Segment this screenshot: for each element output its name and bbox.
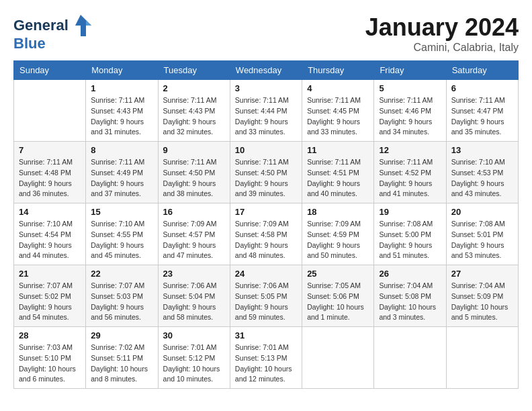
day-info: Sunrise: 7:07 AMSunset: 5:03 PMDaylight:… xyxy=(91,281,152,323)
calendar-cell: 8Sunrise: 7:11 AMSunset: 4:49 PMDaylight… xyxy=(86,142,158,203)
day-number: 10 xyxy=(235,145,297,155)
weekday-header-thursday: Thursday xyxy=(302,61,374,80)
day-number: 26 xyxy=(379,269,441,279)
day-number: 31 xyxy=(235,330,297,340)
logo-icon xyxy=(69,13,93,38)
calendar-week-1: 1Sunrise: 7:11 AMSunset: 4:43 PMDaylight… xyxy=(14,80,519,142)
day-number: 29 xyxy=(91,330,152,340)
calendar-cell: 30Sunrise: 7:01 AMSunset: 5:12 PMDayligh… xyxy=(158,327,230,389)
calendar-cell: 22Sunrise: 7:07 AMSunset: 5:03 PMDayligh… xyxy=(86,265,158,327)
day-number: 20 xyxy=(451,207,513,217)
calendar-cell: 15Sunrise: 7:10 AMSunset: 4:55 PMDayligh… xyxy=(86,203,158,265)
day-number: 1 xyxy=(91,83,152,93)
day-number: 11 xyxy=(307,145,369,155)
calendar-cell: 26Sunrise: 7:04 AMSunset: 5:08 PMDayligh… xyxy=(374,265,446,327)
calendar-cell xyxy=(446,327,518,389)
day-info: Sunrise: 7:06 AMSunset: 5:05 PMDaylight:… xyxy=(235,281,297,323)
calendar-week-2: 7Sunrise: 7:11 AMSunset: 4:48 PMDaylight… xyxy=(14,142,519,203)
day-info: Sunrise: 7:04 AMSunset: 5:09 PMDaylight:… xyxy=(451,281,513,323)
day-number: 22 xyxy=(91,269,152,279)
day-info: Sunrise: 7:11 AMSunset: 4:45 PMDaylight:… xyxy=(307,95,369,138)
day-number: 6 xyxy=(451,83,513,93)
calendar-cell xyxy=(374,327,446,389)
day-info: Sunrise: 7:11 AMSunset: 4:48 PMDaylight:… xyxy=(19,157,81,199)
day-number: 27 xyxy=(451,269,513,279)
weekday-header-wednesday: Wednesday xyxy=(230,61,302,80)
calendar-cell: 25Sunrise: 7:05 AMSunset: 5:06 PMDayligh… xyxy=(302,265,374,327)
calendar-cell: 9Sunrise: 7:11 AMSunset: 4:50 PMDaylight… xyxy=(158,142,230,203)
weekday-header-saturday: Saturday xyxy=(446,61,518,80)
day-number: 8 xyxy=(91,145,152,155)
day-info: Sunrise: 7:11 AMSunset: 4:51 PMDaylight:… xyxy=(307,157,369,199)
day-info: Sunrise: 7:03 AMSunset: 5:10 PMDaylight:… xyxy=(19,342,81,385)
calendar-cell: 10Sunrise: 7:11 AMSunset: 4:50 PMDayligh… xyxy=(230,142,302,203)
weekday-header-tuesday: Tuesday xyxy=(158,61,230,80)
calendar-header-row: SundayMondayTuesdayWednesdayThursdayFrid… xyxy=(14,61,519,80)
weekday-header-friday: Friday xyxy=(374,61,446,80)
day-number: 17 xyxy=(235,207,297,217)
day-info: Sunrise: 7:11 AMSunset: 4:50 PMDaylight:… xyxy=(235,157,297,199)
day-info: Sunrise: 7:11 AMSunset: 4:43 PMDaylight:… xyxy=(91,95,152,138)
logo-text: General xyxy=(13,17,69,34)
day-info: Sunrise: 7:08 AMSunset: 5:01 PMDaylight:… xyxy=(451,219,513,261)
page-header: General Blue January 2024 Camini, Calabr… xyxy=(13,13,519,54)
day-number: 12 xyxy=(379,145,441,155)
calendar-cell: 12Sunrise: 7:11 AMSunset: 4:52 PMDayligh… xyxy=(374,142,446,203)
calendar-cell: 1Sunrise: 7:11 AMSunset: 4:43 PMDaylight… xyxy=(86,80,158,142)
calendar-cell: 29Sunrise: 7:02 AMSunset: 5:11 PMDayligh… xyxy=(86,327,158,389)
calendar-cell: 16Sunrise: 7:09 AMSunset: 4:57 PMDayligh… xyxy=(158,203,230,265)
calendar-cell: 28Sunrise: 7:03 AMSunset: 5:10 PMDayligh… xyxy=(14,327,86,389)
calendar-week-3: 14Sunrise: 7:10 AMSunset: 4:54 PMDayligh… xyxy=(14,203,519,265)
day-info: Sunrise: 7:11 AMSunset: 4:49 PMDaylight:… xyxy=(91,157,152,199)
weekday-header-sunday: Sunday xyxy=(14,61,86,80)
calendar-cell: 23Sunrise: 7:06 AMSunset: 5:04 PMDayligh… xyxy=(158,265,230,327)
calendar-cell: 4Sunrise: 7:11 AMSunset: 4:45 PMDaylight… xyxy=(302,80,374,142)
calendar-cell: 14Sunrise: 7:10 AMSunset: 4:54 PMDayligh… xyxy=(14,203,86,265)
calendar-week-4: 21Sunrise: 7:07 AMSunset: 5:02 PMDayligh… xyxy=(14,265,519,327)
day-number: 24 xyxy=(235,269,297,279)
month-title: January 2024 xyxy=(365,13,519,42)
day-info: Sunrise: 7:11 AMSunset: 4:46 PMDaylight:… xyxy=(379,95,441,138)
calendar-cell xyxy=(302,327,374,389)
calendar-cell: 2Sunrise: 7:11 AMSunset: 4:43 PMDaylight… xyxy=(158,80,230,142)
day-number: 2 xyxy=(163,83,225,93)
day-number: 13 xyxy=(451,145,513,155)
day-number: 3 xyxy=(235,83,297,93)
day-info: Sunrise: 7:10 AMSunset: 4:55 PMDaylight:… xyxy=(91,219,152,261)
calendar-cell: 7Sunrise: 7:11 AMSunset: 4:48 PMDaylight… xyxy=(14,142,86,203)
day-info: Sunrise: 7:11 AMSunset: 4:52 PMDaylight:… xyxy=(379,157,441,199)
day-number: 16 xyxy=(163,207,225,217)
day-info: Sunrise: 7:09 AMSunset: 4:59 PMDaylight:… xyxy=(307,219,369,261)
calendar-cell: 19Sunrise: 7:08 AMSunset: 5:00 PMDayligh… xyxy=(374,203,446,265)
calendar-cell: 3Sunrise: 7:11 AMSunset: 4:44 PMDaylight… xyxy=(230,80,302,142)
calendar-cell: 27Sunrise: 7:04 AMSunset: 5:09 PMDayligh… xyxy=(446,265,518,327)
calendar-cell: 6Sunrise: 7:11 AMSunset: 4:47 PMDaylight… xyxy=(446,80,518,142)
day-info: Sunrise: 7:04 AMSunset: 5:08 PMDaylight:… xyxy=(379,281,441,323)
day-info: Sunrise: 7:10 AMSunset: 4:54 PMDaylight:… xyxy=(19,219,81,261)
day-info: Sunrise: 7:01 AMSunset: 5:12 PMDaylight:… xyxy=(163,342,225,385)
day-info: Sunrise: 7:11 AMSunset: 4:44 PMDaylight:… xyxy=(235,95,297,138)
calendar-table: SundayMondayTuesdayWednesdayThursdayFrid… xyxy=(13,60,519,389)
day-number: 14 xyxy=(19,207,81,217)
calendar-cell: 24Sunrise: 7:06 AMSunset: 5:05 PMDayligh… xyxy=(230,265,302,327)
day-number: 28 xyxy=(19,330,81,340)
day-number: 5 xyxy=(379,83,441,93)
day-info: Sunrise: 7:08 AMSunset: 5:00 PMDaylight:… xyxy=(379,219,441,261)
calendar-cell xyxy=(14,80,86,142)
calendar-cell: 31Sunrise: 7:01 AMSunset: 5:13 PMDayligh… xyxy=(230,327,302,389)
day-number: 9 xyxy=(163,145,225,155)
day-info: Sunrise: 7:02 AMSunset: 5:11 PMDaylight:… xyxy=(91,342,152,385)
svg-marker-1 xyxy=(86,20,91,26)
day-number: 15 xyxy=(91,207,152,217)
day-info: Sunrise: 7:01 AMSunset: 5:13 PMDaylight:… xyxy=(235,342,297,385)
day-number: 18 xyxy=(307,207,369,217)
calendar-cell: 21Sunrise: 7:07 AMSunset: 5:02 PMDayligh… xyxy=(14,265,86,327)
calendar-cell: 13Sunrise: 7:10 AMSunset: 4:53 PMDayligh… xyxy=(446,142,518,203)
calendar-cell: 18Sunrise: 7:09 AMSunset: 4:59 PMDayligh… xyxy=(302,203,374,265)
calendar-cell: 5Sunrise: 7:11 AMSunset: 4:46 PMDaylight… xyxy=(374,80,446,142)
day-info: Sunrise: 7:09 AMSunset: 4:57 PMDaylight:… xyxy=(163,219,225,261)
day-info: Sunrise: 7:09 AMSunset: 4:58 PMDaylight:… xyxy=(235,219,297,261)
day-number: 25 xyxy=(307,269,369,279)
calendar-cell: 17Sunrise: 7:09 AMSunset: 4:58 PMDayligh… xyxy=(230,203,302,265)
title-block: January 2024 Camini, Calabria, Italy xyxy=(365,13,519,54)
